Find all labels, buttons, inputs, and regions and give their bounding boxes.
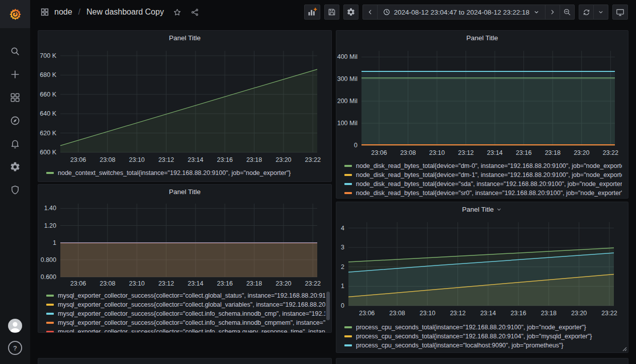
add-panel-button[interactable] <box>304 5 320 20</box>
legend-scrollbar[interactable] <box>326 292 330 320</box>
y-tick-label: 3 <box>336 244 344 251</box>
legend: node_context_switches_total{instance="19… <box>46 168 325 177</box>
chevron-down-icon <box>533 9 540 16</box>
dashboards-icon[interactable] <box>9 92 21 104</box>
x-tick-label: 23:20 <box>574 149 589 157</box>
x-tick-label: 23:12 <box>158 280 174 288</box>
x-tick-label: 23:10 <box>129 280 145 288</box>
x-tick-label: 23:20 <box>276 280 291 288</box>
help-icon[interactable]: ? <box>8 341 22 355</box>
legend-series-label: node_disk_read_bytes_total{device="sda",… <box>356 180 622 188</box>
help-glyph: ? <box>13 344 17 352</box>
legend-item[interactable]: node_disk_read_bytes_total{device="sda",… <box>344 179 622 189</box>
y-tick-label: 1 <box>38 239 56 247</box>
panel-top-right: Panel Title node_disk_read_bytes_total{d… <box>336 30 628 199</box>
x-tick-label: 23:20 <box>571 310 587 317</box>
y-tick-label: 2 <box>336 263 344 271</box>
time-forward-button[interactable] <box>545 5 560 20</box>
y-tick-label: 0.800 <box>38 256 56 264</box>
user-avatar[interactable] <box>8 319 22 333</box>
refresh-interval-caret-button[interactable] <box>593 5 608 20</box>
dashboards-grid-icon[interactable] <box>40 8 49 17</box>
y-tick-label: 660 K <box>38 91 56 99</box>
save-dashboard-button[interactable] <box>324 5 339 20</box>
y-tick-label: 620 K <box>38 130 56 137</box>
x-tick-label: 23:10 <box>129 156 145 164</box>
legend-item[interactable]: mysql_exporter_collector_success{collect… <box>46 300 325 309</box>
legend-item[interactable]: process_cpu_seconds_total{instance="192.… <box>344 323 622 332</box>
y-tick-label: 600 K <box>38 149 56 156</box>
y-tick-label: 400 Mil <box>336 53 357 61</box>
y-tick-label: 4 <box>336 225 344 232</box>
sidebar: ? <box>0 0 30 364</box>
legend-series-label: mysql_exporter_collector_success{collect… <box>58 310 325 317</box>
refresh-controls <box>579 5 608 20</box>
legend-item[interactable]: process_cpu_seconds_total{instance="loca… <box>344 341 622 350</box>
server-admin-shield-icon[interactable] <box>9 184 21 196</box>
y-tick-label: 700 K <box>38 52 56 60</box>
next-row-panel-edge <box>336 358 628 364</box>
legend-series-label: mysql_exporter_collector_success{collect… <box>58 319 325 326</box>
legend-series-label: node_disk_read_bytes_total{device="dm-0"… <box>356 162 622 169</box>
x-tick-label: 23:18 <box>246 280 262 288</box>
y-tick-label: 640 K <box>38 110 56 118</box>
x-tick-label: 23:08 <box>100 280 115 288</box>
x-tick-label: 23:14 <box>188 280 203 288</box>
legend-series-label: node_disk_read_bytes_total{device="dm-1"… <box>356 171 622 178</box>
legend-series-color-icon <box>46 322 54 324</box>
breadcrumb-folder[interactable]: node <box>54 8 72 17</box>
y-tick-label: 680 K <box>38 71 56 79</box>
legend-item[interactable]: mysql_exporter_collector_success{collect… <box>46 309 325 318</box>
x-tick-label: 23:06 <box>371 149 387 157</box>
dashboard-title[interactable]: New dashboard Copy <box>86 8 164 17</box>
x-tick-label: 23:22 <box>601 310 617 317</box>
legend-series-label: mysql_exporter_collector_success{collect… <box>58 328 325 333</box>
x-tick-label: 23:18 <box>541 310 557 317</box>
legend-series-color-icon <box>46 304 54 306</box>
legend-item[interactable]: node_disk_read_bytes_total{device="dm-1"… <box>344 170 622 179</box>
share-icon[interactable] <box>191 8 199 17</box>
zoom-out-button[interactable] <box>560 5 575 20</box>
x-tick-label: 23:08 <box>389 310 405 317</box>
time-back-button[interactable] <box>362 5 378 20</box>
star-icon[interactable] <box>173 8 181 17</box>
legend-item[interactable]: process_cpu_seconds_total{instance="192.… <box>344 332 622 341</box>
legend-series-label: process_cpu_seconds_total{instance="192.… <box>356 333 592 340</box>
explore-compass-icon[interactable] <box>9 115 21 127</box>
panel-resize-handle[interactable] <box>622 346 627 351</box>
legend-series-label: process_cpu_seconds_total{instance="loca… <box>356 342 563 349</box>
x-tick-label: 23:16 <box>217 156 233 164</box>
x-tick-label: 23:18 <box>545 149 561 157</box>
series-fill <box>60 69 317 152</box>
legend-item[interactable]: mysql_exporter_collector_success{collect… <box>46 327 325 333</box>
search-icon[interactable] <box>9 45 21 57</box>
legend-series-label: process_cpu_seconds_total{instance="192.… <box>356 324 586 331</box>
x-tick-label: 23:22 <box>603 149 618 157</box>
breadcrumb: node / New dashboard Copy <box>40 8 199 17</box>
legend-item[interactable]: mysql_exporter_collector_success{collect… <box>46 291 325 300</box>
x-tick-label: 23:22 <box>305 156 321 164</box>
legend-series-color-icon <box>344 326 352 328</box>
legend-series-color-icon <box>46 313 54 315</box>
x-tick-label: 23:06 <box>70 280 86 288</box>
legend-item[interactable]: node_disk_read_bytes_total{device="dm-0"… <box>344 161 622 170</box>
legend-series-label: node_disk_read_bytes_total{device="sr0",… <box>356 190 622 197</box>
legend-series-color-icon <box>344 335 352 337</box>
x-tick-label: 23:12 <box>158 156 174 164</box>
cycle-view-mode-button[interactable] <box>612 5 628 20</box>
time-range-picker[interactable]: 2024-08-12 23:04:47 to 2024-08-12 23:22:… <box>377 5 546 20</box>
configuration-gear-icon[interactable] <box>9 161 21 173</box>
grafana-logo[interactable] <box>0 0 30 28</box>
panel-top-left: Panel Title node_context_switches_total{… <box>38 30 332 182</box>
dashboard-settings-button[interactable] <box>343 5 358 20</box>
refresh-button[interactable] <box>579 5 594 20</box>
x-tick-label: 23:16 <box>217 280 233 288</box>
legend-item[interactable]: node_context_switches_total{instance="19… <box>46 168 325 177</box>
legend-series-color-icon <box>46 295 54 297</box>
legend-item[interactable]: node_disk_read_bytes_total{device="sr0",… <box>344 189 622 198</box>
y-tick-label: 1 <box>336 283 344 290</box>
alerting-bell-icon[interactable] <box>9 138 21 150</box>
x-tick-label: 23:14 <box>487 149 503 157</box>
legend-item[interactable]: mysql_exporter_collector_success{collect… <box>46 318 325 327</box>
create-icon[interactable] <box>9 68 21 80</box>
